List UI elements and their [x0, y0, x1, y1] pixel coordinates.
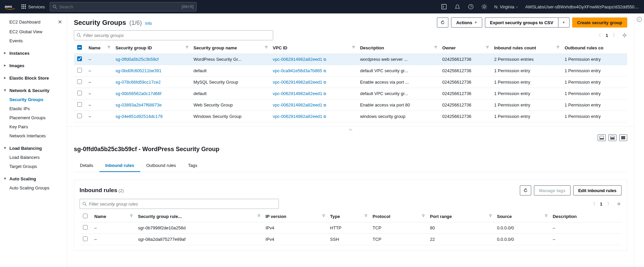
tab-inbound-rules[interactable]: Inbound rules: [99, 160, 140, 172]
sidebar-item-events[interactable]: Events: [0, 36, 67, 45]
rule-column-protocol[interactable]: Protocol▽: [369, 211, 427, 222]
rule-column-port[interactable]: Port range▽: [427, 211, 494, 222]
rule-column-ruleid[interactable]: Security group rule...▽: [135, 211, 262, 222]
column-header-vpc[interactable]: VPC ID▽: [269, 42, 357, 54]
vpc-id-link[interactable]: vpc-0ca941e56d3a7b865: [273, 68, 322, 73]
row-checkbox[interactable]: [77, 68, 82, 73]
rule-column-name[interactable]: Name▽: [91, 211, 135, 222]
table-row[interactable]: –sg-04e851d92514dc179Windows Security Gr…: [74, 111, 627, 122]
close-sidebar-icon[interactable]: ✕: [58, 19, 62, 25]
select-all-checkbox[interactable]: [77, 45, 82, 50]
external-link-icon[interactable]: ⧉: [324, 80, 326, 84]
vpc-id-link[interactable]: vpc-0062914982a82eed1: [273, 80, 322, 85]
tab-tags[interactable]: Tags: [182, 160, 203, 172]
export-csv-button[interactable]: Export security groups to CSV: [485, 17, 558, 28]
vpc-id-link[interactable]: vpc-0062914982a82eed1: [273, 57, 322, 62]
cloudshell-icon[interactable]: [441, 3, 447, 10]
refresh-rules-button[interactable]: [520, 185, 531, 195]
row-checkbox[interactable]: [83, 225, 88, 230]
rules-select-all-checkbox[interactable]: [83, 214, 88, 218]
right-rail-info-icon[interactable]: i: [637, 17, 642, 22]
column-header-sgid[interactable]: Security group ID▽: [112, 42, 190, 54]
manage-tags-button[interactable]: Manage tags: [534, 185, 571, 195]
sg-id-link[interactable]: sg-0bd0fc605211be391: [115, 68, 161, 73]
table-row[interactable]: –sgr-08a2da875277e89afIPv4SSHTCP220.0.0.…: [80, 234, 622, 245]
sidebar-section-ebs[interactable]: Elastic Block Store: [0, 74, 67, 83]
sidebar-item-elastic-ips[interactable]: Elastic IPs: [0, 104, 67, 113]
external-link-icon[interactable]: ⧉: [324, 92, 326, 96]
column-header-desc[interactable]: Description▽: [357, 42, 439, 54]
table-row[interactable]: –sg-0bd0fc605211be391defaultvpc-0ca941e5…: [74, 65, 627, 77]
table-row[interactable]: –sgr-0b7998f2de10a258dIPv4HTTPTCP800.0.0…: [80, 222, 622, 234]
sidebar-item-key-pairs[interactable]: Key Pairs: [0, 122, 67, 131]
services-menu-button[interactable]: Services: [21, 4, 45, 9]
rule-column-source[interactable]: Source▽: [494, 211, 549, 222]
sidebar-item-security-groups[interactable]: Security Groups: [0, 95, 67, 104]
sg-id-link[interactable]: sg-00b56562a0c17d66f: [115, 91, 161, 96]
panel-size-medium-button[interactable]: [608, 134, 616, 141]
create-security-group-button[interactable]: Create security group: [572, 17, 627, 28]
external-link-icon[interactable]: ⧉: [324, 115, 326, 119]
filter-rules[interactable]: [80, 199, 279, 209]
sidebar-item-ec2-dashboard[interactable]: EC2 Dashboard: [9, 19, 41, 25]
rule-column-type[interactable]: Type▽: [327, 211, 369, 222]
sg-id-link[interactable]: sg-078c66fd59cc17ce2: [115, 80, 160, 85]
sidebar-item-load-balancers[interactable]: Load Balancers: [0, 153, 67, 162]
security-groups-table-scroll[interactable]: Name▽ Security group ID▽ Security group …: [74, 42, 627, 122]
actions-dropdown-button[interactable]: Actions▼: [451, 17, 482, 28]
panel-splitter[interactable]: ═: [67, 126, 634, 132]
row-checkbox[interactable]: [77, 114, 82, 118]
account-selector[interactable]: AWSLabsUser-sBWxhdbx4GyXFnwWzPaopz/d32dd…: [525, 4, 639, 9]
region-selector[interactable]: N. Virginia ▼: [494, 4, 518, 9]
rules-table-preferences-button[interactable]: [616, 201, 622, 207]
sidebar-section-instances[interactable]: Instances: [0, 49, 67, 58]
sidebar-item-target-groups[interactable]: Target Groups: [0, 162, 67, 171]
inbound-rules-table-scroll[interactable]: Name▽ Security group rule...▽ IP version…: [80, 211, 622, 245]
rules-page-prev-button[interactable]: 〈: [591, 201, 595, 207]
global-search[interactable]: [Alt+S]: [50, 2, 197, 11]
column-header-name[interactable]: Name▽: [85, 42, 112, 54]
filter-security-groups[interactable]: [74, 30, 273, 40]
table-row[interactable]: –sg-03893a2b47f68873eWeb Security Groupv…: [74, 99, 627, 111]
sidebar-item-network-interfaces[interactable]: Network Interfaces: [0, 131, 67, 140]
rules-page-next-button[interactable]: 〉: [607, 201, 611, 207]
panel-size-full-button[interactable]: [619, 134, 627, 141]
sg-id-link[interactable]: sg-03893a2b47f68873e: [115, 102, 161, 107]
row-checkbox[interactable]: [83, 236, 88, 241]
sidebar-section-auto-scaling[interactable]: Auto Scaling: [0, 174, 67, 183]
panel-size-small-button[interactable]: [598, 134, 606, 141]
settings-icon[interactable]: [481, 3, 488, 10]
external-link-icon[interactable]: ⧉: [324, 57, 326, 61]
page-next-button[interactable]: 〉: [613, 32, 617, 38]
sg-id-link[interactable]: sg-04e851d92514dc179: [115, 114, 162, 119]
sidebar-item-placement-groups[interactable]: Placement Groups: [0, 113, 67, 122]
column-header-owner[interactable]: Owner▽: [439, 42, 491, 54]
notifications-icon[interactable]: [454, 3, 461, 10]
rule-column-ipver[interactable]: IP version▽: [262, 211, 327, 222]
export-csv-dropdown-button[interactable]: ▼: [558, 17, 569, 28]
refresh-button[interactable]: [437, 17, 448, 28]
sidebar-item-auto-scaling-groups[interactable]: Auto Scaling Groups: [0, 183, 67, 192]
external-link-icon[interactable]: ⧉: [324, 103, 326, 107]
vpc-id-link[interactable]: vpc-0062914982a82eed1: [273, 91, 322, 96]
filter-security-groups-input[interactable]: [83, 33, 270, 38]
page-prev-button[interactable]: 〈: [597, 32, 601, 38]
edit-inbound-rules-button[interactable]: Edit inbound rules: [573, 185, 622, 195]
external-link-icon[interactable]: ⧉: [324, 69, 326, 73]
row-checkbox[interactable]: [77, 102, 82, 107]
row-checkbox[interactable]: [77, 79, 82, 84]
filter-rules-input[interactable]: [89, 202, 276, 207]
vpc-id-link[interactable]: vpc-0062914982a82eed1: [273, 114, 322, 119]
column-header-inbound[interactable]: Inbound rules count▽: [491, 42, 561, 54]
column-header-outbound[interactable]: Outbound rules co: [561, 42, 627, 54]
table-row[interactable]: –sg-0ffd0a5b25c3b59cfWordPress Security …: [74, 54, 627, 65]
table-row[interactable]: –sg-078c66fd59cc17ce2MySQL Security Grou…: [74, 77, 627, 88]
tab-details[interactable]: Details: [74, 160, 99, 172]
sidebar-section-images[interactable]: Images: [0, 61, 67, 70]
column-header-sgname[interactable]: Security group name▽: [190, 42, 269, 54]
row-checkbox[interactable]: [77, 91, 82, 95]
sidebar-section-load-balancing[interactable]: Load Balancing: [0, 144, 67, 153]
table-preferences-button[interactable]: [622, 33, 627, 38]
help-icon[interactable]: ?: [467, 3, 474, 10]
sidebar-section-network-security[interactable]: Network & Security: [0, 86, 67, 95]
